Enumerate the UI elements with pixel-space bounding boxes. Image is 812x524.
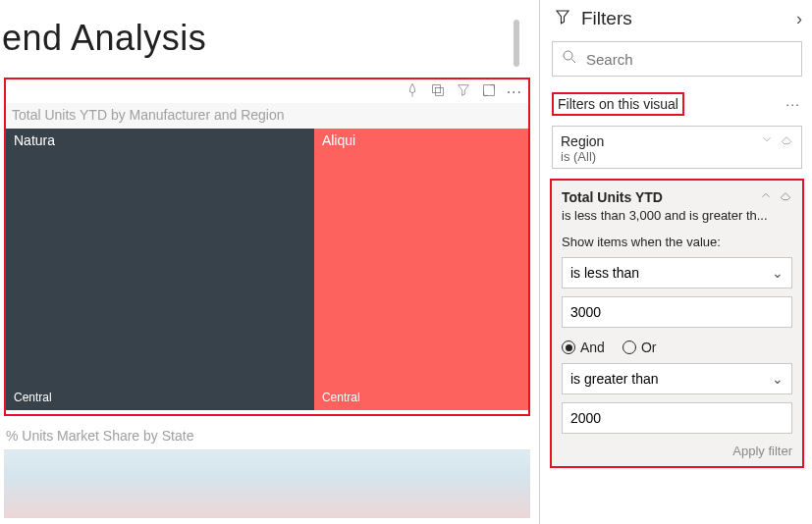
- treemap-tile[interactable]: Aliqui Central: [314, 129, 528, 410]
- tile-label: Natura: [14, 132, 55, 148]
- value-input-1[interactable]: [562, 296, 792, 328]
- copy-icon[interactable]: [430, 82, 446, 102]
- map-visual[interactable]: [4, 449, 530, 518]
- search-input-wrap[interactable]: [552, 41, 802, 77]
- filter-card-region[interactable]: Region is (All): [552, 126, 802, 169]
- filter-icon[interactable]: [456, 82, 471, 102]
- pin-icon[interactable]: [405, 82, 420, 102]
- radio-dot: [562, 341, 575, 354]
- more-icon[interactable]: ···: [785, 96, 800, 112]
- filter-summary: is less than 3,000 and is greater th...: [562, 208, 792, 223]
- svg-rect-1: [432, 85, 440, 93]
- search-input[interactable]: [586, 51, 793, 68]
- filter-name: Region: [561, 133, 760, 149]
- chevron-down-icon[interactable]: [760, 132, 774, 149]
- value-input-2[interactable]: [562, 402, 792, 434]
- filter-card-total-units-ytd: Total Units YTD is less than 3,000 and i…: [550, 179, 804, 468]
- radio-or[interactable]: Or: [623, 340, 657, 355]
- svg-rect-0: [435, 87, 443, 95]
- chevron-down-icon: ⌄: [772, 265, 784, 281]
- chevron-right-icon[interactable]: ›: [796, 9, 802, 29]
- page-title: end Analysis: [2, 0, 539, 59]
- operator-value: is less than: [570, 265, 639, 281]
- tile-region: Central: [322, 391, 360, 404]
- filters-header: Filters ›: [540, 0, 812, 41]
- treemap-visual[interactable]: ··· Total Units YTD by Manufacturer and …: [4, 78, 530, 416]
- tile-region: Central: [14, 391, 52, 404]
- treemap-body[interactable]: Natura Central Aliqui Central: [6, 129, 528, 410]
- radio-dot: [623, 341, 636, 354]
- filter-icon: [554, 8, 571, 29]
- filter-section-header: Filters on this visual ···: [540, 88, 812, 120]
- tile-label: Aliqui: [322, 132, 355, 148]
- filter-prompt: Show items when the value:: [562, 235, 792, 249]
- visual-toolbar: ···: [6, 79, 528, 103]
- filter-summary: is (All): [561, 149, 793, 164]
- operator-value: is greater than: [570, 371, 659, 387]
- filters-title: Filters: [581, 8, 786, 29]
- section-label: Filters on this visual: [552, 92, 684, 116]
- erase-icon[interactable]: [780, 132, 793, 149]
- logic-radio-group: And Or: [562, 340, 792, 355]
- search-icon: [561, 48, 578, 70]
- more-icon[interactable]: ···: [507, 84, 522, 100]
- visual-title: Total Units YTD by Manufacturer and Regi…: [6, 103, 528, 129]
- radio-and[interactable]: And: [562, 340, 605, 355]
- operator-select-1[interactable]: is less than ⌄: [562, 257, 792, 288]
- svg-point-3: [564, 51, 572, 60]
- radio-label: And: [580, 340, 605, 355]
- chevron-up-icon[interactable]: [759, 188, 773, 206]
- apply-filter-button[interactable]: Apply filter: [562, 444, 792, 458]
- scrollbar[interactable]: [514, 20, 519, 67]
- map-visual-title: % Units Market Share by State: [6, 428, 193, 444]
- filters-pane: Filters › Filters on this visual ··· Reg…: [540, 0, 812, 524]
- operator-select-2[interactable]: is greater than ⌄: [562, 363, 792, 394]
- radio-label: Or: [641, 340, 657, 355]
- focus-icon[interactable]: [481, 82, 497, 102]
- erase-icon[interactable]: [779, 188, 792, 206]
- svg-rect-2: [483, 85, 494, 96]
- chevron-down-icon: ⌄: [772, 371, 784, 387]
- treemap-tile[interactable]: Natura Central: [6, 129, 314, 410]
- filter-name: Total Units YTD: [562, 189, 759, 205]
